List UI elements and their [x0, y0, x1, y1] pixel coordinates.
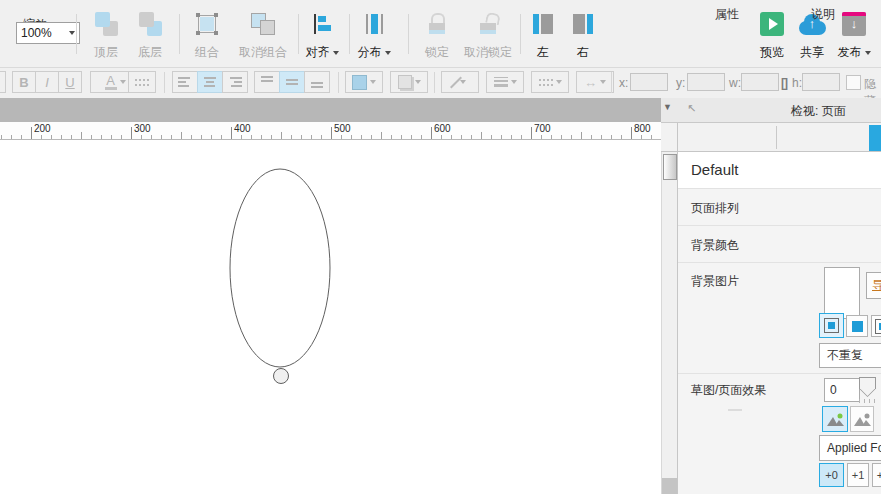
- unlock-button[interactable]: 取消锁定: [457, 10, 519, 62]
- align-text-middle-button[interactable]: [279, 71, 305, 93]
- fill-color-button[interactable]: [345, 71, 383, 93]
- font-size-plus2-button[interactable]: +2: [872, 463, 881, 487]
- bg-align-center-button[interactable]: [846, 315, 868, 337]
- gray-image-effect-button[interactable]: [850, 406, 874, 432]
- align-right-edge-button[interactable]: 右: [567, 10, 599, 62]
- w-input[interactable]: [741, 73, 779, 91]
- slider-tick-marks: [859, 399, 878, 403]
- toolbar-button-partial[interactable]: [0, 71, 6, 93]
- font-size-plus0-button[interactable]: +0: [819, 463, 844, 487]
- mountain-color-icon: [827, 413, 844, 426]
- align-button[interactable]: 对齐: [300, 10, 344, 62]
- toolbar-divider: [349, 14, 350, 54]
- h-input[interactable]: [802, 73, 840, 91]
- app-window: 100% 缩放 顶层 底层 组合 取消组合: [0, 0, 881, 494]
- distribute-button[interactable]: 分布: [352, 10, 396, 62]
- toolbar-divider: [434, 72, 435, 93]
- w-label: w:: [729, 76, 741, 90]
- y-label: y:: [676, 76, 685, 90]
- color-image-effect-button[interactable]: [822, 406, 848, 432]
- send-to-back-button[interactable]: 底层: [130, 10, 170, 62]
- bg-repeat-select[interactable]: 不重复: [819, 343, 881, 368]
- align-square-icon: [852, 321, 863, 332]
- wh-link-icon[interactable]: []: [781, 76, 787, 90]
- color-underbar: [105, 87, 117, 90]
- tab-properties[interactable]: 属性: [678, 0, 776, 28]
- section-bg-color[interactable]: 背景颜色: [678, 226, 881, 263]
- section-page-align[interactable]: 页面排列: [678, 189, 881, 226]
- sketch-amount-input[interactable]: [824, 378, 860, 402]
- zoom-select[interactable]: 100%: [16, 22, 80, 44]
- horizontal-ruler: 200 300 400 500 600 700 800: [0, 122, 661, 140]
- shadow-button[interactable]: [390, 71, 428, 93]
- connector-dot[interactable]: [274, 369, 289, 384]
- collapse-panel-icon[interactable]: ▼: [663, 102, 672, 112]
- inspector-title: 检视: 页面: [791, 103, 846, 120]
- ungroup-icon: [251, 12, 275, 36]
- bullet-list-button[interactable]: [128, 71, 156, 93]
- h-label: h:: [792, 76, 802, 90]
- arrow-style-button[interactable]: ↔: [576, 71, 614, 93]
- line-color-button[interactable]: [441, 71, 479, 93]
- chevron-down-icon: [333, 51, 339, 55]
- design-canvas[interactable]: [0, 140, 661, 494]
- arrow-style-icon: ↔: [584, 75, 597, 90]
- x-input[interactable]: [630, 73, 668, 91]
- ruler-label: 600: [434, 123, 451, 134]
- left-bar-icon: [532, 14, 554, 34]
- align-text-bottom-button[interactable]: [304, 71, 330, 93]
- line-width-button[interactable]: [486, 71, 524, 93]
- lock-button[interactable]: 锁定: [417, 10, 457, 62]
- zoom-value: 100%: [21, 26, 52, 40]
- right-bar-icon: [572, 14, 594, 34]
- line-width-icon: [494, 75, 508, 89]
- ruler-label: 300: [134, 123, 151, 134]
- align-text-top-button[interactable]: [254, 71, 280, 93]
- chevron-down-icon: [600, 80, 606, 84]
- bold-button[interactable]: B: [12, 71, 36, 93]
- align-text-center-button[interactable]: [197, 71, 223, 93]
- align-text-right-button[interactable]: [222, 71, 248, 93]
- tab-notes[interactable]: 说明: [777, 0, 869, 28]
- line-style-button[interactable]: [531, 71, 569, 93]
- chevron-down-icon: [556, 80, 562, 84]
- y-input[interactable]: [687, 73, 725, 91]
- font-size-plus1-button[interactable]: +1: [847, 463, 869, 487]
- toolbar-divider: [338, 72, 339, 93]
- valign-bottom-icon: [310, 76, 324, 88]
- unlock-icon: [478, 13, 498, 35]
- align-left-edge-button[interactable]: 左: [527, 10, 559, 62]
- align-center-icon: [203, 76, 217, 88]
- italic-button[interactable]: I: [35, 71, 59, 93]
- list-icon: [135, 76, 149, 89]
- bg-align-top-left-button[interactable]: [819, 313, 844, 338]
- scrollbar-thumb[interactable]: [663, 154, 677, 180]
- section-sub-dash: [728, 409, 742, 411]
- distribute-icon: [363, 14, 385, 34]
- align-square-icon: [824, 318, 839, 333]
- font-color-letter: A: [106, 75, 115, 86]
- hidden-checkbox[interactable]: [846, 75, 861, 90]
- toolbar-divider: [179, 14, 180, 54]
- chevron-down-icon: [511, 80, 517, 84]
- group-icon: [196, 13, 218, 35]
- align-square-icon: [875, 319, 881, 334]
- align-text-left-button[interactable]: [172, 71, 198, 93]
- ungroup-button[interactable]: 取消组合: [232, 10, 294, 62]
- expand-panel-icon[interactable]: ↖: [687, 102, 696, 115]
- bg-image-swatch[interactable]: [824, 267, 860, 319]
- bring-to-front-button[interactable]: 顶层: [86, 10, 126, 62]
- bg-align-right-button[interactable]: [871, 315, 881, 337]
- ruler-label: 500: [334, 123, 351, 134]
- inspector-header: ▼ ↖ 检视: 页面: [661, 98, 881, 123]
- chevron-down-icon: [460, 80, 466, 84]
- tab-partial[interactable]: [869, 125, 881, 151]
- lock-icon: [427, 13, 447, 35]
- group-button[interactable]: 组合: [186, 10, 228, 62]
- sketch-font-select[interactable]: Applied For: [819, 435, 881, 461]
- toolbar-divider: [408, 14, 409, 54]
- import-image-button[interactable]: 导入: [866, 272, 881, 299]
- underline-button[interactable]: U: [58, 71, 82, 93]
- ellipse-shape[interactable]: [0, 140, 661, 494]
- scrollbar-bottom-cap[interactable]: [662, 478, 677, 494]
